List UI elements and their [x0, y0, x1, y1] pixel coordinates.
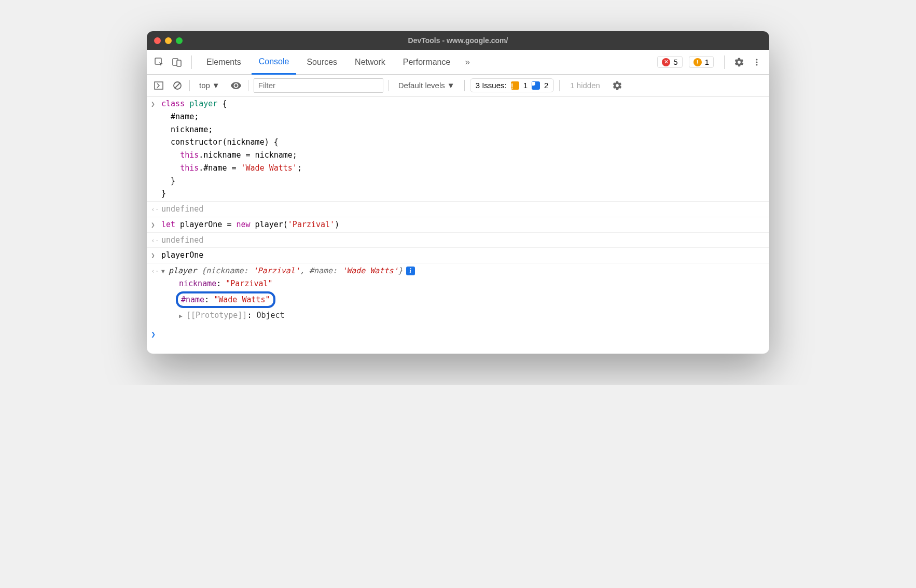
svg-point-3 — [756, 59, 757, 60]
highlight-annotation: #name: "Wade Watts" — [176, 291, 275, 309]
console-output-row: ‹· undefined — [147, 233, 769, 248]
tab-performance[interactable]: Performance — [396, 50, 458, 75]
console-code: let playerOne = new player('Parzival') — [161, 218, 764, 231]
log-levels-selector[interactable]: Default levels ▼ — [394, 79, 459, 92]
console-input-row[interactable]: ❯ let playerOne = new player('Parzival') — [147, 217, 769, 233]
error-count-badge[interactable]: ✕ 5 — [657, 56, 682, 68]
console-settings-gear-icon[interactable] — [610, 79, 624, 92]
prompt-chevron-icon: ❯ — [151, 328, 161, 341]
levels-label: Default levels — [398, 81, 445, 90]
input-chevron-icon: ❯ — [151, 97, 161, 109]
context-selector[interactable]: top ▼ — [195, 79, 224, 92]
clear-console-icon[interactable] — [171, 79, 184, 92]
issues-label: 3 Issues: — [476, 81, 507, 90]
tab-console[interactable]: Console — [252, 50, 297, 75]
output-value: undefined — [161, 203, 764, 216]
expand-arrow-icon[interactable]: ▶ — [179, 312, 186, 321]
live-expression-eye-icon[interactable] — [229, 79, 243, 92]
output-chevron-icon: ‹· — [151, 234, 161, 246]
output-chevron-icon: ‹· — [151, 264, 161, 276]
warning-icon: ! — [693, 58, 702, 66]
object-property[interactable]: nickname: "Parzival" — [179, 277, 764, 290]
expand-arrow-icon[interactable]: ▼ — [161, 267, 169, 276]
minimize-window-button[interactable] — [165, 37, 172, 44]
context-label: top — [199, 81, 210, 90]
settings-gear-icon[interactable] — [732, 55, 746, 69]
tab-sources[interactable]: Sources — [299, 50, 344, 75]
titlebar: DevTools - www.google.com/ — [147, 31, 769, 50]
input-chevron-icon: ❯ — [151, 249, 161, 261]
info-icon — [532, 81, 540, 90]
device-toggle-icon[interactable] — [170, 55, 184, 69]
window-title: DevTools - www.google.com/ — [408, 36, 508, 45]
separator — [248, 80, 248, 91]
error-count: 5 — [673, 58, 677, 66]
object-prototype[interactable]: ▶[[Prototype]]: Object — [179, 309, 764, 322]
issues-badge[interactable]: 3 Issues: ! 1 2 — [470, 78, 554, 92]
more-menu-icon[interactable] — [750, 55, 764, 69]
inspect-element-icon[interactable] — [152, 55, 166, 69]
object-tree[interactable]: ▼player {nickname: 'Parzival', #name: 'W… — [161, 264, 764, 322]
warning-count: 1 — [705, 58, 709, 66]
traffic-lights — [147, 37, 183, 44]
console-output-row: ‹· undefined — [147, 202, 769, 217]
console-body: ❯ class player { #name; nickname; constr… — [147, 96, 769, 354]
error-icon: ✕ — [662, 58, 670, 66]
console-input-row[interactable]: ❯ class player { #name; nickname; constr… — [147, 96, 769, 202]
svg-rect-2 — [177, 60, 181, 66]
console-toolbar: top ▼ Default levels ▼ 3 Issues: ! 1 2 1… — [147, 75, 769, 96]
object-property-highlighted[interactable]: #name: "Wade Watts" — [176, 291, 764, 309]
console-output-row: ‹· ▼player {nickname: 'Parzival', #name:… — [147, 263, 769, 323]
warning-icon: ! — [511, 81, 519, 90]
console-input-row[interactable]: ❯ playerOne — [147, 248, 769, 263]
separator — [189, 80, 190, 91]
separator — [559, 80, 560, 91]
maximize-window-button[interactable] — [176, 37, 183, 44]
sidebar-toggle-icon[interactable] — [152, 79, 165, 92]
info-icon[interactable]: i — [406, 267, 415, 275]
hidden-count: 1 hidden — [565, 81, 605, 90]
close-window-button[interactable] — [154, 37, 161, 44]
separator — [191, 55, 192, 69]
console-code: playerOne — [161, 249, 764, 262]
svg-point-4 — [756, 61, 757, 63]
main-toolbar: Elements Console Sources Network Perform… — [147, 50, 769, 75]
svg-line-8 — [175, 83, 180, 88]
issues-warn-count: 1 — [523, 81, 528, 90]
console-code: class player { #name; nickname; construc… — [161, 97, 764, 200]
filter-input[interactable] — [254, 78, 383, 93]
more-tabs-chevron-icon[interactable]: » — [461, 57, 474, 67]
output-value: undefined — [161, 234, 764, 247]
separator — [724, 55, 725, 69]
separator — [388, 80, 389, 91]
tab-elements[interactable]: Elements — [199, 50, 248, 75]
console-prompt[interactable]: ❯ — [147, 323, 769, 354]
svg-point-5 — [756, 64, 757, 65]
chevron-down-icon: ▼ — [212, 81, 220, 90]
separator — [464, 80, 465, 91]
issues-info-count: 2 — [544, 81, 548, 90]
chevron-down-icon: ▼ — [447, 81, 455, 90]
object-summary[interactable]: ▼player {nickname: 'Parzival', #name: 'W… — [161, 264, 764, 277]
tab-network[interactable]: Network — [348, 50, 393, 75]
warning-count-badge[interactable]: ! 1 — [689, 56, 714, 68]
output-chevron-icon: ‹· — [151, 203, 161, 215]
devtools-window: DevTools - www.google.com/ Elements Cons… — [147, 31, 769, 354]
input-chevron-icon: ❯ — [151, 218, 161, 230]
